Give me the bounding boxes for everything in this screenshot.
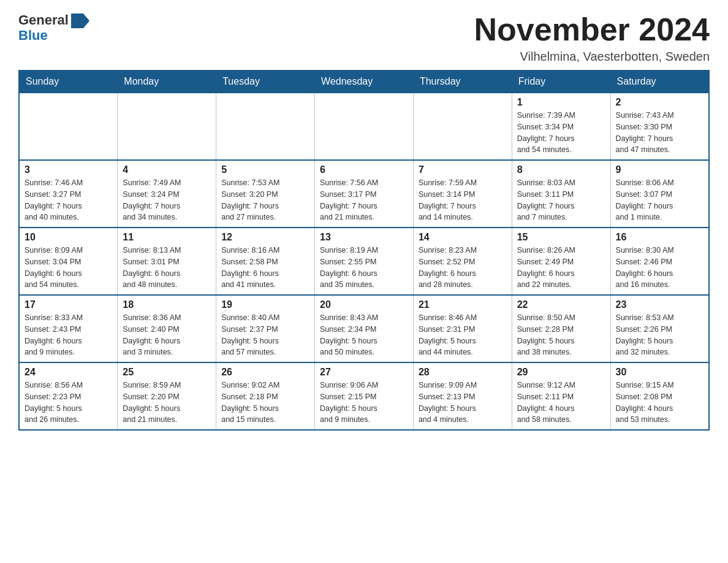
calendar-cell: 30Sunrise: 9:15 AM Sunset: 2:08 PM Dayli… — [610, 362, 709, 430]
logo: General Blue — [18, 12, 89, 43]
calendar-cell: 26Sunrise: 9:02 AM Sunset: 2:18 PM Dayli… — [216, 362, 315, 430]
calendar-cell: 18Sunrise: 8:36 AM Sunset: 2:40 PM Dayli… — [118, 295, 216, 362]
day-info: Sunrise: 9:09 AM Sunset: 2:13 PM Dayligh… — [419, 380, 507, 426]
calendar-cell: 19Sunrise: 8:40 AM Sunset: 2:37 PM Dayli… — [216, 295, 315, 362]
day-info: Sunrise: 8:23 AM Sunset: 2:52 PM Dayligh… — [419, 245, 507, 291]
day-info: Sunrise: 8:26 AM Sunset: 2:49 PM Dayligh… — [517, 245, 605, 291]
week-row-2: 3Sunrise: 7:46 AM Sunset: 3:27 PM Daylig… — [19, 160, 709, 228]
day-number: 3 — [25, 164, 112, 175]
calendar-cell: 2Sunrise: 7:43 AM Sunset: 3:30 PM Daylig… — [610, 93, 709, 160]
day-info: Sunrise: 7:39 AM Sunset: 3:34 PM Dayligh… — [517, 110, 605, 156]
week-row-5: 24Sunrise: 8:56 AM Sunset: 2:23 PM Dayli… — [19, 362, 709, 430]
calendar-cell: 15Sunrise: 8:26 AM Sunset: 2:49 PM Dayli… — [512, 228, 610, 295]
calendar-cell: 6Sunrise: 7:56 AM Sunset: 3:17 PM Daylig… — [315, 160, 414, 228]
day-number: 25 — [123, 367, 211, 378]
calendar-cell: 3Sunrise: 7:46 AM Sunset: 3:27 PM Daylig… — [19, 160, 118, 228]
day-info: Sunrise: 8:59 AM Sunset: 2:20 PM Dayligh… — [123, 380, 211, 426]
calendar-cell: 28Sunrise: 9:09 AM Sunset: 2:13 PM Dayli… — [413, 362, 512, 430]
day-number: 10 — [25, 232, 112, 243]
day-number: 14 — [419, 232, 507, 243]
calendar-cell: 7Sunrise: 7:59 AM Sunset: 3:14 PM Daylig… — [413, 160, 512, 228]
day-number: 21 — [419, 299, 507, 310]
day-info: Sunrise: 9:15 AM Sunset: 2:08 PM Dayligh… — [616, 380, 703, 426]
svg-marker-0 — [71, 13, 89, 21]
calendar-cell: 1Sunrise: 7:39 AM Sunset: 3:34 PM Daylig… — [512, 93, 610, 160]
day-number: 13 — [320, 232, 408, 243]
day-info: Sunrise: 7:49 AM Sunset: 3:24 PM Dayligh… — [123, 177, 211, 223]
column-header-friday: Friday — [512, 71, 610, 93]
day-number: 30 — [616, 367, 703, 378]
calendar-cell: 20Sunrise: 8:43 AM Sunset: 2:34 PM Dayli… — [315, 295, 414, 362]
logo-text-general: General — [18, 13, 69, 28]
day-number: 5 — [221, 164, 309, 175]
day-info: Sunrise: 8:50 AM Sunset: 2:28 PM Dayligh… — [517, 312, 605, 358]
calendar-cell — [315, 93, 414, 160]
day-number: 8 — [517, 164, 605, 175]
calendar-header-row: SundayMondayTuesdayWednesdayThursdayFrid… — [19, 71, 709, 93]
calendar-cell: 21Sunrise: 8:46 AM Sunset: 2:31 PM Dayli… — [413, 295, 512, 362]
title-block: November 2024 Vilhelmina, Vaesterbotten,… — [474, 12, 710, 64]
day-number: 15 — [517, 232, 605, 243]
day-info: Sunrise: 9:06 AM Sunset: 2:15 PM Dayligh… — [320, 380, 408, 426]
day-info: Sunrise: 8:16 AM Sunset: 2:58 PM Dayligh… — [221, 245, 309, 291]
day-number: 28 — [419, 367, 507, 378]
day-info: Sunrise: 8:30 AM Sunset: 2:46 PM Dayligh… — [616, 245, 703, 291]
column-header-sunday: Sunday — [19, 71, 118, 93]
day-info: Sunrise: 9:02 AM Sunset: 2:18 PM Dayligh… — [221, 380, 309, 426]
day-info: Sunrise: 8:56 AM Sunset: 2:23 PM Dayligh… — [25, 380, 112, 426]
day-number: 4 — [123, 164, 211, 175]
day-number: 11 — [123, 232, 211, 243]
calendar-cell: 17Sunrise: 8:33 AM Sunset: 2:43 PM Dayli… — [19, 295, 118, 362]
calendar-cell: 12Sunrise: 8:16 AM Sunset: 2:58 PM Dayli… — [216, 228, 315, 295]
day-info: Sunrise: 8:46 AM Sunset: 2:31 PM Dayligh… — [419, 312, 507, 358]
column-header-monday: Monday — [118, 71, 216, 93]
day-number: 29 — [517, 367, 605, 378]
day-info: Sunrise: 8:40 AM Sunset: 2:37 PM Dayligh… — [221, 312, 309, 358]
calendar-cell — [118, 93, 216, 160]
calendar-cell: 9Sunrise: 8:06 AM Sunset: 3:07 PM Daylig… — [610, 160, 709, 228]
day-number: 27 — [320, 367, 408, 378]
week-row-3: 10Sunrise: 8:09 AM Sunset: 3:04 PM Dayli… — [19, 228, 709, 295]
day-info: Sunrise: 8:19 AM Sunset: 2:55 PM Dayligh… — [320, 245, 408, 291]
day-info: Sunrise: 8:13 AM Sunset: 3:01 PM Dayligh… — [123, 245, 211, 291]
calendar-cell: 10Sunrise: 8:09 AM Sunset: 3:04 PM Dayli… — [19, 228, 118, 295]
calendar-cell: 25Sunrise: 8:59 AM Sunset: 2:20 PM Dayli… — [118, 362, 216, 430]
calendar-cell: 14Sunrise: 8:23 AM Sunset: 2:52 PM Dayli… — [413, 228, 512, 295]
calendar-cell: 8Sunrise: 8:03 AM Sunset: 3:11 PM Daylig… — [512, 160, 610, 228]
day-info: Sunrise: 7:46 AM Sunset: 3:27 PM Dayligh… — [25, 177, 112, 223]
calendar-cell: 4Sunrise: 7:49 AM Sunset: 3:24 PM Daylig… — [118, 160, 216, 228]
column-header-thursday: Thursday — [413, 71, 512, 93]
day-number: 16 — [616, 232, 703, 243]
calendar-cell: 5Sunrise: 7:53 AM Sunset: 3:20 PM Daylig… — [216, 160, 315, 228]
day-info: Sunrise: 8:43 AM Sunset: 2:34 PM Dayligh… — [320, 312, 408, 358]
calendar-cell: 23Sunrise: 8:53 AM Sunset: 2:26 PM Dayli… — [610, 295, 709, 362]
day-info: Sunrise: 8:03 AM Sunset: 3:11 PM Dayligh… — [517, 177, 605, 223]
calendar-cell: 16Sunrise: 8:30 AM Sunset: 2:46 PM Dayli… — [610, 228, 709, 295]
column-header-tuesday: Tuesday — [216, 71, 315, 93]
day-number: 24 — [25, 367, 112, 378]
day-info: Sunrise: 7:43 AM Sunset: 3:30 PM Dayligh… — [616, 110, 703, 156]
day-number: 12 — [221, 232, 309, 243]
logo-text-blue: Blue — [18, 28, 89, 43]
calendar-cell: 27Sunrise: 9:06 AM Sunset: 2:15 PM Dayli… — [315, 362, 414, 430]
calendar-cell: 22Sunrise: 8:50 AM Sunset: 2:28 PM Dayli… — [512, 295, 610, 362]
day-info: Sunrise: 8:06 AM Sunset: 3:07 PM Dayligh… — [616, 177, 703, 223]
calendar-cell — [413, 93, 512, 160]
calendar-cell: 24Sunrise: 8:56 AM Sunset: 2:23 PM Dayli… — [19, 362, 118, 430]
calendar-cell — [19, 93, 118, 160]
day-info: Sunrise: 7:56 AM Sunset: 3:17 PM Dayligh… — [320, 177, 408, 223]
calendar-cell — [216, 93, 315, 160]
day-number: 26 — [221, 367, 309, 378]
day-number: 17 — [25, 299, 112, 310]
day-info: Sunrise: 9:12 AM Sunset: 2:11 PM Dayligh… — [517, 380, 605, 426]
day-number: 7 — [419, 164, 507, 175]
day-number: 20 — [320, 299, 408, 310]
column-header-saturday: Saturday — [610, 71, 709, 93]
page-header: General Blue November 2024 Vilhelmina, V… — [18, 12, 710, 64]
day-info: Sunrise: 7:53 AM Sunset: 3:20 PM Dayligh… — [221, 177, 309, 223]
day-number: 18 — [123, 299, 211, 310]
day-number: 22 — [517, 299, 605, 310]
svg-marker-1 — [71, 21, 89, 28]
day-number: 19 — [221, 299, 309, 310]
day-info: Sunrise: 8:09 AM Sunset: 3:04 PM Dayligh… — [25, 245, 112, 291]
